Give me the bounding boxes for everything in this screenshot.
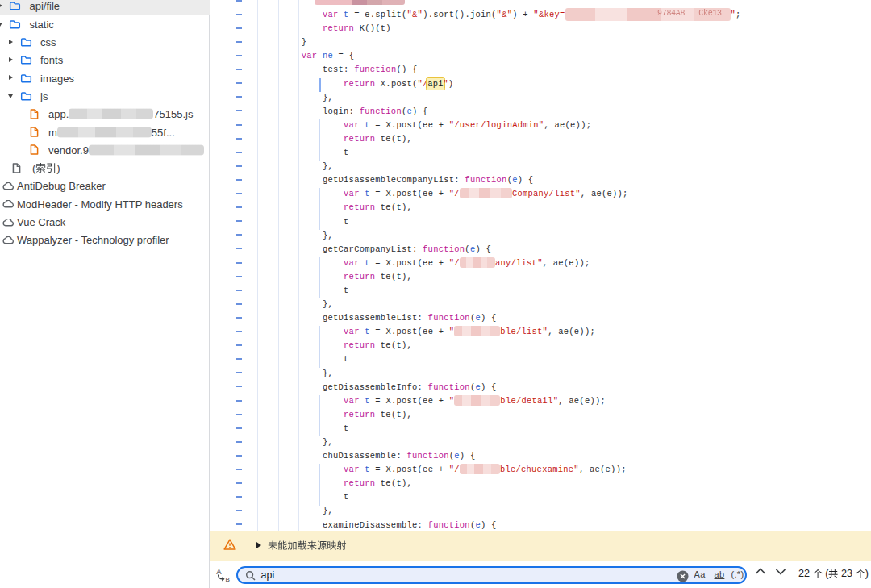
svg-text:B: B [226, 576, 230, 583]
svg-text:A: A [216, 567, 222, 576]
